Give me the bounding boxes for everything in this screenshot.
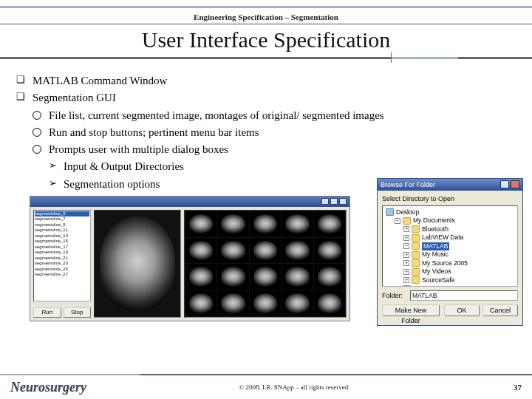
list-item[interactable]: segmentslice_19 xyxy=(35,250,89,256)
folder-tree[interactable]: Desktop −My Documents +Bluetooth +LabVIE… xyxy=(382,205,518,287)
gui-titlebar xyxy=(30,197,349,207)
folder-field[interactable]: MATLAB xyxy=(410,290,518,301)
desktop-icon xyxy=(386,208,394,216)
tree-node: +LabVIEW Data xyxy=(386,233,514,242)
run-button[interactable]: Run xyxy=(33,307,61,318)
title-rule xyxy=(0,57,532,59)
expand-icon[interactable]: + xyxy=(403,235,409,241)
kicker-text: Engineering Specification – Segmentation xyxy=(0,8,532,24)
list-item[interactable]: segmentslice_13 xyxy=(35,233,89,239)
tree-node: −MATLAB xyxy=(386,242,514,250)
list-item[interactable]: segmentslice_23 xyxy=(35,261,89,267)
list-item[interactable]: segmentslice_25 xyxy=(35,267,89,273)
sub-bullet-item: Run and stop buttons; pertinent menu bar… xyxy=(33,124,516,141)
tree-node: −My Documents xyxy=(386,216,514,225)
list-item[interactable]: segmentslice_21 xyxy=(35,256,89,262)
list-item[interactable]: segmentslice_15 xyxy=(35,239,89,245)
browse-folder-dialog: Browse For Folder Select Directory to Op… xyxy=(377,178,523,326)
tree-node: +Bluetooth xyxy=(386,225,514,233)
folder-icon xyxy=(412,259,420,267)
ok-button[interactable]: OK xyxy=(444,304,480,316)
segmentation-gui-window: segmentslice_5 segmentslice_7 segmentsli… xyxy=(30,196,350,321)
dialog-titlebar: Browse For Folder xyxy=(378,179,522,191)
list-item[interactable]: segmentslice_27 xyxy=(35,272,89,278)
collapse-icon[interactable]: − xyxy=(403,243,409,249)
expand-icon[interactable]: + xyxy=(403,260,409,266)
page-number: 37 xyxy=(502,383,522,392)
list-item[interactable]: segmentslice_17 xyxy=(35,245,89,250)
close-icon[interactable] xyxy=(339,198,347,205)
expand-icon[interactable]: + xyxy=(403,269,409,275)
help-icon[interactable] xyxy=(500,180,509,188)
montage-grid xyxy=(184,210,347,318)
sub-bullet-item: Prompts user with multiple dialog boxes xyxy=(33,141,516,158)
expand-icon[interactable]: + xyxy=(403,252,409,258)
cancel-button[interactable]: Cancel xyxy=(482,304,518,316)
list-item[interactable]: segmentslice_9 xyxy=(35,222,89,228)
minimize-icon[interactable] xyxy=(321,198,329,205)
close-icon[interactable] xyxy=(511,180,519,188)
make-new-folder-button[interactable]: Make New Folder xyxy=(382,304,440,316)
brain-slice-icon xyxy=(100,216,175,310)
expand-icon[interactable]: + xyxy=(403,226,409,232)
folder-icon xyxy=(412,276,420,284)
page-title: User Interface Specification xyxy=(0,24,532,57)
folder-icon xyxy=(412,234,420,242)
tree-node: +My Videos xyxy=(386,267,514,276)
list-item[interactable]: segmentslice_5 xyxy=(35,211,89,217)
stop-button[interactable]: Stop xyxy=(64,307,92,318)
folder-icon xyxy=(412,268,420,276)
tree-node: Desktop xyxy=(386,208,514,216)
logo: Neurosurgery xyxy=(10,380,86,395)
tree-node: +My Music xyxy=(386,250,514,259)
dialog-prompt: Select Directory to Open xyxy=(382,195,518,205)
current-segmented-image xyxy=(94,210,181,318)
folder-icon xyxy=(412,251,420,259)
tree-node: +SourceSafe xyxy=(386,276,514,284)
bullet-item: MATLAB Command Window xyxy=(16,72,516,89)
folder-icon xyxy=(403,217,411,225)
sub-bullet-item: File list, current segmented image, mont… xyxy=(33,107,516,124)
maximize-icon[interactable] xyxy=(330,198,338,205)
list-item[interactable]: segmentslice_7 xyxy=(35,216,89,222)
folder-icon xyxy=(412,225,420,233)
bullet-item: Segmentation GUI xyxy=(16,89,516,106)
folder-icon xyxy=(412,242,420,250)
tree-node: +My Source 2005 xyxy=(386,259,514,267)
expand-icon[interactable]: + xyxy=(403,277,409,283)
list-item[interactable]: segmentslice_11 xyxy=(35,228,89,233)
collapse-icon[interactable]: − xyxy=(395,218,400,224)
file-listbox[interactable]: segmentslice_5 segmentslice_7 segmentsli… xyxy=(33,210,91,301)
dialog-title: Browse For Folder xyxy=(381,181,435,188)
tri-bullet-item: Input & Output Directories xyxy=(49,158,516,175)
slide-header: Engineering Specification – Segmentation… xyxy=(0,0,532,59)
slide-footer: Neurosurgery © 2008, I.R. SNApp – all ri… xyxy=(0,374,532,399)
folder-field-label: Folder: xyxy=(382,292,407,299)
copyright: © 2008, I.R. SNApp – all rights reserved… xyxy=(239,383,349,391)
bullet-content: MATLAB Command Window Segmentation GUI F… xyxy=(0,72,532,193)
